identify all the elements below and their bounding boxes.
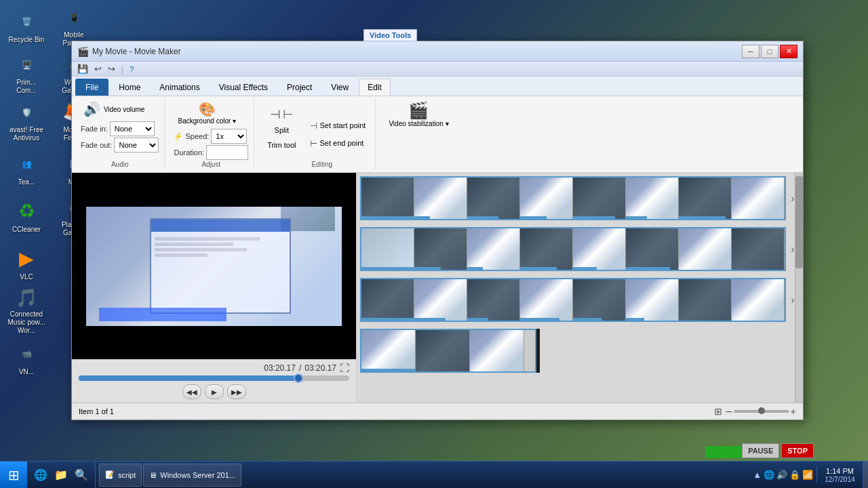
- background-color-button[interactable]: 🎨 Background color ▾: [174, 98, 240, 127]
- fade-out-dropdown[interactable]: None Slow Medium Fast: [114, 138, 159, 152]
- set-end-button[interactable]: ⊢ Set end point: [306, 136, 370, 150]
- desktop-icon-team[interactable]: 👥 Tea...: [3, 146, 50, 192]
- tray-icon-up-arrow[interactable]: ▲: [753, 470, 762, 480]
- split-button[interactable]: Split: [271, 123, 293, 137]
- start-button[interactable]: ⊞: [0, 462, 27, 489]
- film-frame-1-5: [573, 178, 626, 219]
- tray-icon-sound[interactable]: 🔊: [776, 470, 787, 480]
- expand-icon[interactable]: ⛶: [340, 363, 349, 373]
- statusbar-right: ⊞ ─ +: [714, 406, 796, 417]
- quick-access-toolbar: 💾 ↩ ↪ | ?: [72, 62, 803, 77]
- tab-project[interactable]: Project: [278, 79, 321, 96]
- speed-icon: ⚡: [174, 132, 183, 141]
- timeline-scroll-area[interactable]: ›: [357, 173, 803, 403]
- vn-label: VN...: [19, 368, 34, 376]
- folder-icon: 📁: [54, 468, 68, 481]
- save-button[interactable]: 💾: [75, 63, 90, 75]
- taskbar-app-script[interactable]: 📝 script: [99, 464, 142, 487]
- film-frame-3-7: [679, 279, 732, 321]
- team-label: Tea...: [18, 178, 35, 186]
- quick-launch-folder[interactable]: 📁: [51, 465, 71, 485]
- time-separator: /: [299, 363, 301, 373]
- film-frame-inner-1-5: [573, 178, 625, 219]
- tab-animations[interactable]: Animations: [151, 79, 208, 96]
- undo-button[interactable]: ↩: [92, 63, 104, 75]
- fade-out-select[interactable]: None Slow Medium Fast: [115, 140, 158, 150]
- frame-progress-4-1: [361, 369, 415, 371]
- main-window: Video Tools 🎬 My Movie - Movie Maker ─ □…: [71, 41, 804, 420]
- speed-select[interactable]: 1x 0.25x 0.5x 2x 4x: [212, 131, 246, 141]
- film-frame-inner-2-3: [467, 228, 519, 270]
- system-clock[interactable]: 1:14 PM 12/7/2014: [816, 466, 863, 483]
- zoom-in-button[interactable]: +: [791, 406, 796, 417]
- desktop-icon-connected-music[interactable]: 🎵 ConnectedMusic pow...Wor...: [3, 288, 50, 334]
- duration-dropdown[interactable]: [206, 145, 248, 160]
- frame-progress-3-6: [626, 318, 644, 321]
- qa-separator: |: [121, 64, 123, 74]
- taskbar-app-windows-server[interactable]: 🖥 Windows Server 201...: [143, 464, 241, 487]
- film-frame-inner-1-6: [626, 178, 678, 219]
- stab-group-content: 🎬 Video stabilization ▾: [384, 98, 452, 170]
- fit-to-window-icon[interactable]: ⊞: [714, 406, 722, 417]
- film-frame-1-6: [626, 178, 679, 219]
- timeline-scrollbar[interactable]: [795, 173, 803, 403]
- tab-home[interactable]: Home: [110, 79, 149, 96]
- tray-icon-security[interactable]: 🔒: [789, 470, 800, 480]
- pause-button[interactable]: PAUSE: [742, 443, 779, 458]
- film-strip-1[interactable]: [360, 176, 786, 220]
- tab-edit[interactable]: Edit: [359, 79, 391, 96]
- film-frame-3-3: [467, 279, 520, 321]
- speed-dropdown[interactable]: 1x 0.25x 0.5x 2x 4x: [211, 129, 247, 144]
- film-frame-inner-2-5: [573, 228, 625, 270]
- desktop-icon-avast[interactable]: 🛡️ avast! FreeAntivirus: [3, 98, 50, 144]
- next-frame-button[interactable]: ▶▶: [227, 384, 246, 399]
- close-button[interactable]: ✕: [780, 45, 797, 58]
- video-volume-button[interactable]: 🔊 Video volume: [81, 98, 147, 120]
- redo-button[interactable]: ↪: [106, 63, 117, 75]
- film-strip-3[interactable]: [360, 278, 786, 322]
- fade-in-dropdown[interactable]: None Slow Medium Fast: [110, 121, 155, 136]
- desktop-icon-recycle-bin[interactable]: 🗑️ Recycle Bin: [3, 3, 50, 49]
- play-pause-button[interactable]: ▶: [205, 384, 224, 399]
- zoom-slider[interactable]: [734, 410, 789, 413]
- set-end-label: Set end point: [320, 139, 364, 147]
- tab-file[interactable]: File: [75, 79, 108, 96]
- film-strip-2[interactable]: [360, 227, 786, 271]
- prev-frame-button[interactable]: ◀◀: [182, 384, 201, 399]
- tray-icon-network[interactable]: 🌐: [764, 470, 774, 480]
- desktop-icon-prim[interactable]: 🖥️ Prim...Com...: [3, 51, 50, 97]
- maximize-button[interactable]: □: [761, 45, 778, 58]
- desktop-icon-vn[interactable]: 📹 VN...: [3, 336, 50, 382]
- show-desktop-button[interactable]: [863, 462, 868, 489]
- set-start-button[interactable]: ⊣ Set start point: [306, 119, 370, 133]
- split-trim-row: ⊣ ⊢: [270, 107, 294, 122]
- desktop-icon-vlc[interactable]: ▶ VLC: [3, 241, 50, 287]
- film-frame-inner-1-1: [361, 178, 414, 219]
- film-frame-2-6: [626, 228, 679, 270]
- item-info: Item 1 of 1: [79, 407, 114, 415]
- zoom-out-button[interactable]: ─: [726, 406, 732, 417]
- frame-progress-3-3: [467, 318, 488, 321]
- windows-server-label: Windows Server 201...: [160, 471, 235, 479]
- film-frame-4-2: [416, 330, 470, 371]
- video-tools-badge: Video Tools: [363, 29, 417, 41]
- tab-visual-effects[interactable]: Visual Effects: [210, 79, 277, 96]
- playback-progress-bar[interactable]: [79, 375, 349, 381]
- stop-button[interactable]: STOP: [781, 443, 814, 458]
- minimize-button[interactable]: ─: [742, 45, 760, 58]
- video-stabilization-button[interactable]: 🎬 Video stabilization ▾: [384, 98, 452, 130]
- fade-in-select[interactable]: None Slow Medium Fast: [111, 124, 154, 134]
- trim-tool-button[interactable]: Trim tool: [263, 138, 300, 152]
- clock-date: 12/7/2014: [825, 476, 855, 483]
- duration-input[interactable]: [207, 148, 248, 157]
- tray-icon-misc[interactable]: 📶: [802, 470, 813, 480]
- film-strip-4[interactable]: [360, 329, 536, 373]
- notification-icons-area: ▲ 🌐 🔊 🔒 📶: [749, 470, 816, 480]
- qa-help-icon[interactable]: ?: [127, 64, 136, 74]
- quick-launch-search[interactable]: 🔍: [71, 465, 92, 485]
- desktop-icon-ccleaner[interactable]: ♻ CCleaner: [3, 193, 50, 239]
- tab-view[interactable]: View: [322, 79, 357, 96]
- film-frame-inner-2-4: [520, 228, 572, 270]
- preview-inner-lines: [155, 237, 285, 257]
- quick-launch-ie[interactable]: 🌐: [31, 465, 51, 485]
